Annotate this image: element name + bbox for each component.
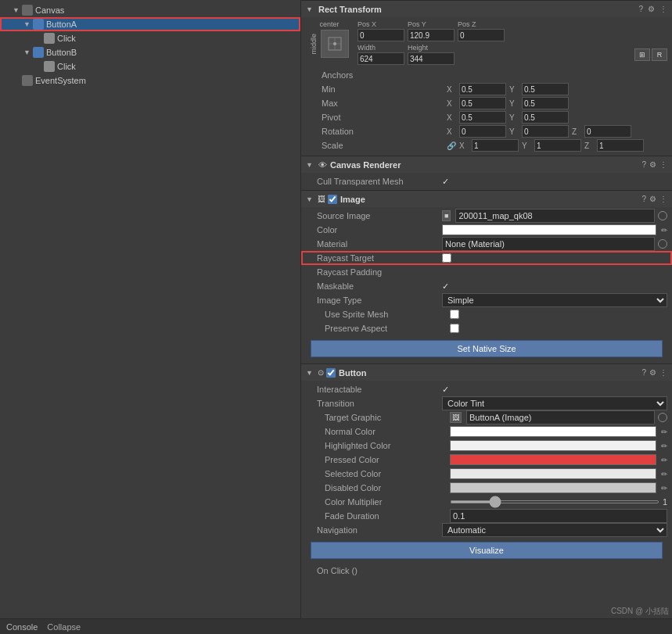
anchor-max-x[interactable] <box>459 97 506 109</box>
pressed-color-pen[interactable]: ✏ <box>661 456 667 464</box>
rt-menu-icon[interactable]: ⋮ <box>659 5 667 13</box>
selected-color-pen[interactable]: ✏ <box>661 470 667 478</box>
scale-value: 🔗 X Y Z <box>447 139 663 152</box>
rt-settings-icon[interactable]: ⚙ <box>648 5 655 13</box>
pivot-row: Pivot X Y <box>306 110 667 124</box>
rot-x[interactable] <box>459 125 506 138</box>
btn-arrow-icon: ▼ <box>306 369 315 377</box>
anchor-max-row: Max X Y <box>306 96 667 110</box>
source-image-value-group: ■ <box>442 209 667 223</box>
cr-arrow-icon: ▼ <box>306 161 315 169</box>
target-graphic-picker[interactable] <box>658 413 667 422</box>
preserve-aspect-checkbox[interactable] <box>450 324 459 333</box>
transition-row: Transition Color Tint Sprite Swap Animat… <box>301 396 672 410</box>
img-settings-icon[interactable]: ⚙ <box>649 195 656 203</box>
normal-color-swatch[interactable] <box>450 426 656 437</box>
button-enabled-checkbox[interactable] <box>326 368 336 378</box>
click-icon <box>44 61 55 72</box>
anchor-diagram-box[interactable] <box>321 30 349 58</box>
anchor-min-x[interactable] <box>459 83 506 95</box>
hierarchy-item-click1[interactable]: Click <box>0 31 300 45</box>
scale-z[interactable] <box>597 139 644 152</box>
btn-help-icon[interactable]: ? <box>641 368 646 377</box>
buttonA-label: ButtonA <box>46 20 77 29</box>
normal-color-pen[interactable]: ✏ <box>661 428 667 436</box>
rot-y[interactable] <box>522 125 569 138</box>
cr-settings-icon[interactable]: ⚙ <box>649 160 656 169</box>
navigation-select[interactable]: Automatic None Horizontal Vertical Expli… <box>442 523 667 537</box>
source-image-picker[interactable] <box>658 211 667 220</box>
anchor-max-value: X Y <box>447 97 663 109</box>
preserve-aspect-label: Preserve Aspect <box>325 324 450 333</box>
fade-duration-label: Fade Duration <box>325 511 450 521</box>
rt-help-icon[interactable]: ? <box>638 5 643 13</box>
scale-row: Scale 🔗 X Y Z <box>306 138 667 152</box>
collapse-label[interactable]: Collapse <box>47 622 81 632</box>
posz-input[interactable] <box>458 29 505 41</box>
height-label: Height <box>408 44 455 52</box>
hierarchy-item-eventsystem[interactable]: EventSystem <box>0 73 300 88</box>
rot-z[interactable] <box>584 125 631 138</box>
selected-color-swatch[interactable] <box>450 468 656 479</box>
maskable-value: ✓ <box>442 281 667 292</box>
rt-resize-btn1[interactable]: ⊞ <box>634 48 650 61</box>
btn-settings-icon[interactable]: ⚙ <box>649 368 656 377</box>
navigation-value: Automatic None Horizontal Vertical Expli… <box>442 523 667 537</box>
cr-help-icon[interactable]: ? <box>641 160 646 169</box>
img-help-icon[interactable]: ? <box>641 195 646 203</box>
img-menu-icon[interactable]: ⋮ <box>659 195 667 203</box>
hierarchy-item-buttonB[interactable]: ▼ ButtonB <box>0 45 300 59</box>
hierarchy-item-click2[interactable]: Click <box>0 59 300 73</box>
highlighted-color-pen[interactable]: ✏ <box>661 442 667 450</box>
material-input[interactable] <box>442 237 655 251</box>
visualize-button[interactable]: Visualize <box>311 542 663 559</box>
color-swatch[interactable] <box>442 224 656 235</box>
posx-input[interactable] <box>358 29 404 41</box>
transition-select[interactable]: Color Tint Sprite Swap Animation None <box>442 396 667 410</box>
scale-x[interactable] <box>472 139 519 152</box>
rt-resize-btn2[interactable]: R <box>652 48 667 61</box>
navigation-label: Navigation <box>317 525 442 535</box>
rect-transform-section[interactable]: ▼ Rect Transform ? ⚙ ⋮ <box>301 0 672 17</box>
cr-menu-icon[interactable]: ⋮ <box>659 160 667 169</box>
arrow-icon: ▼ <box>13 6 22 14</box>
posy-input[interactable] <box>408 29 455 41</box>
pivot-y[interactable] <box>522 111 569 124</box>
rt-size-row: Width Height ⊞ R <box>358 44 667 65</box>
disabled-color-pen[interactable]: ✏ <box>661 484 667 493</box>
use-sprite-mesh-checkbox[interactable] <box>450 310 459 319</box>
image-type-select[interactable]: Simple Sliced Tiled Filled <box>442 293 667 307</box>
sprite-indicator: ■ <box>442 210 451 221</box>
image-section-header[interactable]: ▼ 🖼 Image ? ⚙ ⋮ <box>301 190 672 207</box>
pressed-color-label: Pressed Color <box>325 455 450 464</box>
raycast-target-checkbox[interactable] <box>442 253 451 263</box>
disabled-color-swatch[interactable] <box>450 482 656 493</box>
cr-actions: ? ⚙ ⋮ <box>641 160 667 169</box>
height-input[interactable] <box>408 52 455 65</box>
color-multiplier-slider[interactable] <box>450 500 659 503</box>
pressed-color-swatch[interactable] <box>450 454 656 465</box>
hierarchy-item-canvas[interactable]: ▼ Canvas <box>0 3 300 17</box>
anchor-min-y[interactable] <box>522 83 569 95</box>
hierarchy-list: ▼ Canvas ▼ ButtonA Click ▼ ButtonB <box>0 0 300 618</box>
color-pen-icon[interactable]: ✏ <box>661 226 667 235</box>
target-graphic-row: Target Graphic 🖼 <box>301 410 672 424</box>
set-native-size-button[interactable]: Set Native Size <box>311 340 663 357</box>
source-image-input[interactable] <box>455 209 655 223</box>
pivot-x[interactable] <box>459 111 506 124</box>
image-type-row: Image Type Simple Sliced Tiled Filled <box>301 293 672 307</box>
anchor-max-y[interactable] <box>522 97 569 109</box>
image-enabled-checkbox[interactable] <box>328 195 337 204</box>
width-input[interactable] <box>358 52 404 65</box>
highlighted-color-swatch[interactable] <box>450 440 656 451</box>
target-graphic-input[interactable] <box>466 410 655 424</box>
btn-menu-icon[interactable]: ⋮ <box>659 368 667 377</box>
scale-y[interactable] <box>534 139 581 152</box>
button-section-header[interactable]: ▼ ⊙ Button ? ⚙ ⋮ <box>301 364 672 381</box>
material-picker[interactable] <box>658 239 667 249</box>
canvas-renderer-header[interactable]: ▼ 👁 Canvas Renderer ? ⚙ ⋮ <box>301 156 672 173</box>
hierarchy-item-buttonA[interactable]: ▼ ButtonA <box>0 17 300 31</box>
rt-title: Rect Transform <box>318 5 638 14</box>
fade-duration-input[interactable] <box>450 509 667 523</box>
console-label[interactable]: Console <box>6 622 38 632</box>
